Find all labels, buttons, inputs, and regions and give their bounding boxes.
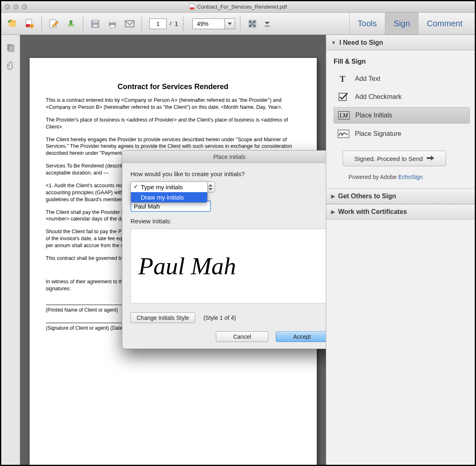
disclosure-triangle-down-icon: ▼ (331, 40, 336, 46)
print-icon[interactable] (105, 17, 119, 31)
fit-page-icon[interactable] (245, 17, 259, 31)
zoom-dropdown-button[interactable] (224, 18, 235, 29)
dropdown-option-draw[interactable]: Draw my initials (131, 192, 207, 202)
add-checkmark-item[interactable]: Add Checkmark (334, 89, 470, 105)
doc-title: Contract for Services Rendered (46, 83, 300, 91)
panel-head-need-to-sign[interactable]: ▼ I Need to Sign (326, 35, 475, 51)
dialog-title: Place Initials (122, 151, 326, 163)
fill-sign-section: Fill & Sign T Add Text Add Checkmark LM … (326, 51, 475, 188)
echosign-link[interactable]: EchoSign (398, 174, 423, 180)
style-counter: (Style 1 of 4) (204, 314, 236, 321)
dropdown-option-type[interactable]: Type my initials (131, 182, 207, 192)
main-toolbar: / 1 49% Tools Sign Comment (1, 13, 475, 35)
tab-comment[interactable]: Comment (418, 13, 471, 34)
section-title: Fill & Sign (334, 58, 470, 65)
place-initials-item[interactable]: LM Place Initials (334, 107, 470, 124)
email-icon[interactable] (123, 17, 137, 31)
place-initials-dialog: Place Initials How would you like to cre… (122, 150, 326, 349)
dialog-prompt: How would you like to create your initia… (130, 170, 326, 177)
svg-text:T: T (340, 75, 346, 83)
doc-paragraph: The Provider's place of business is <add… (46, 117, 300, 131)
proceed-to-send-button[interactable]: Signed. Proceed to Send (343, 151, 446, 166)
toolbar-more-icon[interactable] (263, 17, 272, 31)
zoom-control: 49% (192, 18, 235, 29)
minimize-window-button[interactable] (13, 4, 18, 9)
svg-rect-14 (9, 46, 14, 52)
powered-by-text: Powered by Adobe EchoSign (348, 174, 470, 180)
edit-icon[interactable] (47, 17, 61, 31)
add-text-item[interactable]: T Add Text (334, 71, 470, 87)
svg-rect-16 (339, 93, 346, 101)
thumbnails-icon[interactable] (5, 42, 16, 53)
page-separator: / (170, 21, 172, 27)
panel-head-certificates[interactable]: ▶ Work with Certificates (326, 204, 475, 220)
doc-paragraph: This is a contract entered into by <Comp… (46, 97, 300, 111)
nav-rail (1, 35, 20, 465)
text-icon: T (338, 74, 349, 83)
tab-sign[interactable]: Sign (385, 13, 418, 34)
disclosure-triangle-right-icon: ▶ (331, 209, 335, 215)
svg-text:LM: LM (339, 112, 348, 119)
zoom-value[interactable]: 49% (192, 18, 224, 29)
sign-panel: ▼ I Need to Sign Fill & Sign T Add Text … (326, 35, 475, 465)
place-signature-item[interactable]: Place Signature (334, 126, 470, 142)
review-label: Review Initials: (130, 218, 326, 225)
initials-icon: LM (338, 111, 350, 120)
save-icon[interactable] (88, 17, 102, 31)
accept-button[interactable]: Accept (276, 331, 326, 342)
page-number-input[interactable] (149, 18, 167, 29)
open-icon[interactable] (5, 17, 19, 31)
app-body: Contract for Services Rendered This is a… (1, 35, 475, 465)
page-total: 1 (175, 20, 178, 27)
initials-preview: Paul Mah (130, 229, 326, 303)
pdf-file-icon (189, 4, 195, 10)
close-window-button[interactable] (5, 4, 10, 9)
page-navigation: / 1 (149, 18, 178, 29)
attachments-icon[interactable] (5, 60, 16, 71)
dropdown-menu: Type my initials Draw my initials (130, 181, 208, 203)
window-controls (5, 4, 27, 9)
svg-rect-6 (93, 25, 98, 27)
change-style-button[interactable]: Change Initials Style (130, 312, 195, 323)
svg-rect-9 (110, 25, 115, 28)
tab-tools[interactable]: Tools (349, 13, 385, 34)
disclosure-triangle-right-icon: ▶ (331, 193, 335, 199)
create-pdf-icon[interactable] (23, 17, 37, 31)
window-title: Contract_For_Services_Rendered.pdf (197, 4, 287, 10)
panel-head-get-others[interactable]: ▶ Get Others to Sign (326, 188, 475, 204)
svg-rect-11 (248, 20, 256, 28)
initials-preview-text: Paul Mah (138, 252, 236, 280)
checkmark-icon (338, 92, 349, 101)
cancel-button[interactable]: Cancel (216, 331, 268, 342)
share-icon[interactable] (64, 17, 78, 31)
document-viewport[interactable]: Contract for Services Rendered This is a… (20, 35, 326, 465)
arrow-right-icon (427, 155, 434, 162)
svg-rect-10 (125, 21, 134, 27)
zoom-window-button[interactable] (22, 4, 27, 9)
svg-rect-8 (110, 20, 115, 23)
app-window: Contract_For_Services_Rendered.pdf / 1 4… (0, 0, 476, 466)
svg-rect-12 (265, 25, 270, 26)
right-tabs: Tools Sign Comment (349, 13, 471, 34)
svg-rect-5 (93, 20, 98, 23)
signature-icon (338, 129, 349, 138)
window-titlebar: Contract_For_Services_Rendered.pdf (1, 1, 475, 13)
